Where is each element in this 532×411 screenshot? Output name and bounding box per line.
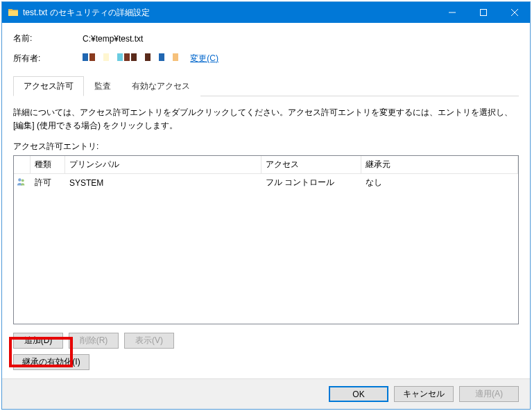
remove-button: 削除(R): [69, 333, 119, 349]
view-button: 表示(V): [124, 333, 174, 349]
col-principal[interactable]: プリンシパル: [65, 156, 261, 173]
enable-inheritance-button[interactable]: 継承の有効化(I): [13, 354, 89, 370]
users-icon: [17, 179, 26, 189]
description-text: 詳細については、アクセス許可エントリをダブルクリックしてください。アクセス許可エ…: [13, 106, 519, 132]
name-value: C:¥temp¥test.txt: [83, 34, 143, 44]
svg-point-4: [18, 179, 21, 182]
tab-bar: アクセス許可 監査 有効なアクセス: [13, 76, 519, 96]
change-owner-link[interactable]: 変更(C): [190, 53, 218, 63]
ok-button[interactable]: OK: [329, 386, 388, 402]
add-button[interactable]: 追加(D): [13, 333, 63, 349]
name-label: 名前:: [13, 33, 83, 44]
tab-effective-access[interactable]: 有効なアクセス: [121, 76, 200, 96]
owner-value: 変更(C): [83, 53, 218, 64]
maximize-button[interactable]: [467, 2, 499, 23]
folder-icon: [8, 7, 19, 18]
minimize-button[interactable]: [436, 2, 467, 23]
col-inherit[interactable]: 継承元: [361, 156, 518, 173]
dialog-buttons: OK キャンセル 適用(A): [2, 378, 530, 409]
col-type[interactable]: 種類: [31, 156, 65, 173]
entries-label: アクセス許可エントリ:: [13, 141, 519, 152]
apply-button: 適用(A): [459, 386, 519, 402]
content-area: 名前: C:¥temp¥test.txt 所有者: 変更(C) アクセス許可 監…: [2, 23, 530, 378]
permission-entries-list[interactable]: 種類 プリンシパル アクセス 継承元 許可SYSTEMフル コントロールなし: [13, 155, 519, 324]
table-row[interactable]: 許可SYSTEMフル コントロールなし: [14, 174, 518, 191]
cancel-button[interactable]: キャンセル: [394, 386, 454, 402]
owner-color-badge: [83, 53, 178, 61]
col-access[interactable]: アクセス: [261, 156, 361, 173]
close-button[interactable]: [499, 2, 530, 23]
svg-point-5: [22, 180, 24, 182]
list-header: 種類 プリンシパル アクセス 継承元: [14, 156, 518, 174]
tab-permission[interactable]: アクセス許可: [13, 76, 84, 96]
owner-label: 所有者:: [13, 53, 83, 64]
dialog-window: test.txt のセキュリティの詳細設定 名前: C:¥temp¥test.t…: [1, 1, 531, 410]
svg-rect-1: [480, 10, 486, 16]
titlebar: test.txt のセキュリティの詳細設定: [2, 2, 530, 23]
tab-audit[interactable]: 監査: [84, 76, 121, 96]
window-title: test.txt のセキュリティの詳細設定: [23, 7, 436, 19]
